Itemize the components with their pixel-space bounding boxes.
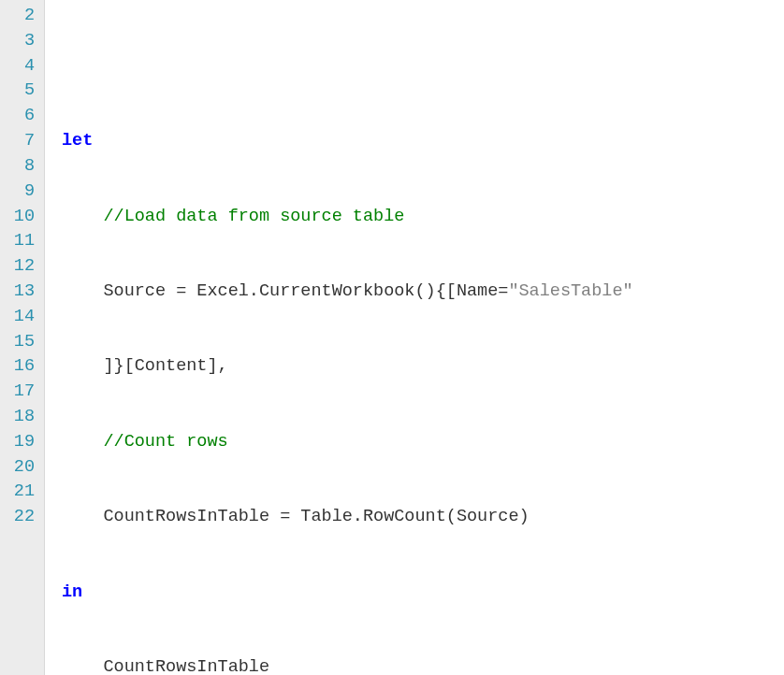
code-line[interactable]: Source = Excel.CurrentWorkbook(){[Name="… [62,280,784,305]
line-number: 7 [4,129,38,154]
line-number: 22 [4,505,38,530]
line-number: 2 [4,4,38,29]
line-number: 9 [4,180,38,205]
line-number: 17 [4,380,38,405]
line-number: 11 [4,229,38,254]
line-number: 18 [4,405,38,430]
line-number: 15 [4,330,38,355]
line-number: 16 [4,354,38,380]
line-number: 8 [4,154,38,180]
line-number: 20 [4,455,38,481]
line-number: 13 [4,280,38,305]
code-line[interactable]: let [62,129,784,154]
line-number-gutter: 2 3 4 5 6 7 8 9 10 11 12 13 14 15 16 17 … [0,0,45,675]
line-number: 4 [4,54,38,79]
line-number: 5 [4,79,38,104]
code-editor[interactable]: let //Load data from source table Source… [45,0,784,675]
line-number: 3 [4,29,38,54]
code-line[interactable] [62,54,784,79]
line-number: 12 [4,254,38,280]
code-line[interactable]: CountRowsInTable [62,655,784,675]
line-number: 10 [4,205,38,230]
code-line[interactable]: //Count rows [62,430,784,455]
code-line[interactable]: //Load data from source table [62,205,784,230]
code-line[interactable]: CountRowsInTable = Table.RowCount(Source… [62,505,784,530]
code-line-wrap[interactable]: ]}[Content], [62,354,784,380]
line-number: 6 [4,104,38,129]
line-number: 19 [4,430,38,455]
code-line[interactable]: in [62,581,784,606]
line-number: 14 [4,305,38,330]
line-number: 21 [4,480,38,505]
